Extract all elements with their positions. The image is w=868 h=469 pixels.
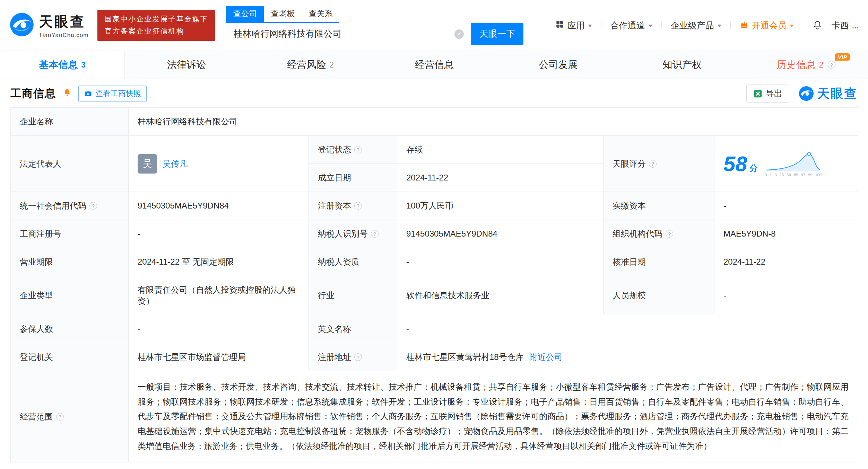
tab-label: 经营信息 bbox=[415, 58, 454, 71]
camera-icon bbox=[84, 89, 92, 98]
table-row: 统一社会信用代码? 91450305MAE5Y9DN84 注册资本? 100万人… bbox=[11, 192, 858, 220]
bell-icon bbox=[812, 20, 823, 30]
brand-domain: TianYanCha.com bbox=[39, 32, 88, 39]
nav-apps-label: 应用 bbox=[567, 20, 585, 31]
help-icon[interactable]: ? bbox=[89, 202, 97, 210]
search-box: × bbox=[226, 23, 471, 45]
chevron-down-icon bbox=[648, 25, 652, 27]
view-snapshot-button[interactable]: 查看工商快照 bbox=[78, 86, 147, 101]
search-tab-company[interactable]: 查公司 bbox=[226, 6, 264, 22]
tab-label: 知识产权 bbox=[663, 58, 702, 71]
org-code-label: 组织机构代码? bbox=[604, 220, 714, 248]
reg-capital-value: 100万人民币 bbox=[397, 192, 604, 220]
scope-value: 一般项目：技术服务、技术开发、技术咨询、技术交流、技术转让、技术推广；机械设备租… bbox=[129, 371, 858, 462]
help-icon[interactable]: ? bbox=[828, 61, 835, 69]
crown-icon bbox=[740, 20, 749, 31]
help-icon[interactable]: ? bbox=[56, 413, 64, 421]
reg-capital-label: 注册资本? bbox=[309, 192, 397, 220]
score-axis: 013 155085 9799100 bbox=[765, 173, 822, 177]
paid-capital-value: - bbox=[714, 192, 858, 220]
address-cell: 桂林市七星区黄莺岩村18号仓库 附近公司 bbox=[397, 343, 858, 371]
nav-vip-upgrade[interactable]: 开通会员 bbox=[740, 20, 794, 31]
business-info-table: 企业名称 桂林哈行网络科技有限公司 法定代表人 吴 吴传凡 登记状态? 存续 天… bbox=[10, 107, 858, 462]
help-icon[interactable]: ? bbox=[354, 146, 362, 153]
tab-operating-info[interactable]: 经营信息 bbox=[372, 51, 496, 79]
tab-operating-risk[interactable]: 经营风险 2 bbox=[249, 51, 372, 79]
tab-label: 经营风险 bbox=[287, 58, 326, 71]
legal-rep-label: 法定代表人 bbox=[11, 136, 129, 192]
search-button[interactable]: 天眼一下 bbox=[471, 23, 523, 45]
watermark-text: 天眼查 bbox=[817, 85, 858, 102]
reg-status-value: 存续 bbox=[397, 136, 604, 164]
help-icon[interactable]: ? bbox=[354, 202, 362, 210]
english-name-label: 英文名称 bbox=[309, 315, 397, 343]
tab-count: 2 bbox=[819, 60, 824, 70]
export-button[interactable]: 导出 bbox=[746, 85, 789, 103]
nav-enterprise-label: 企业级产品 bbox=[671, 20, 714, 31]
tab-company-development[interactable]: 公司发展 bbox=[496, 51, 620, 79]
help-icon[interactable]: ? bbox=[666, 230, 673, 238]
tab-label: 法律诉讼 bbox=[167, 58, 206, 71]
alert-bell-icon[interactable] bbox=[62, 88, 72, 99]
vip-badge: VIP bbox=[835, 53, 850, 61]
company-name-label: 企业名称 bbox=[11, 108, 129, 136]
nav-divider bbox=[601, 21, 601, 29]
help-icon[interactable]: ? bbox=[649, 160, 657, 168]
tab-basic-info[interactable]: 基本信息 3 bbox=[0, 51, 124, 79]
score-unit: 分 bbox=[749, 163, 758, 174]
chevron-down-icon bbox=[790, 25, 794, 27]
company-type-label: 企业类型 bbox=[11, 276, 129, 315]
nav-apps[interactable]: 应用 bbox=[555, 20, 592, 31]
gov-badge-line1: 国家中小企业发展子基金旗下 bbox=[104, 13, 208, 25]
nav-enterprise[interactable]: 企业级产品 bbox=[671, 20, 721, 31]
help-icon[interactable]: ? bbox=[371, 230, 379, 238]
insured-value: - bbox=[129, 315, 309, 343]
search-tab-boss[interactable]: 查老板 bbox=[264, 6, 302, 22]
tab-label: 公司发展 bbox=[539, 58, 578, 71]
table-row: 企业类型 有限责任公司（自然人投资或控股的法人独资） 行业 软件和信息技术服务业… bbox=[11, 276, 858, 315]
taxpayer-no-value: 91450305MAE5Y9DN84 bbox=[397, 220, 604, 248]
gov-certification-badge: 国家中小企业发展子基金旗下 官方备案企业征信机构 bbox=[97, 10, 215, 41]
term-label: 营业期限 bbox=[11, 248, 129, 276]
industry-value: 软件和信息技术服务业 bbox=[397, 276, 604, 315]
nearby-companies-link[interactable]: 附近公司 bbox=[529, 352, 563, 363]
legal-rep-cell: 吴 吴传凡 bbox=[129, 136, 309, 192]
taxpayer-no-label: 纳税人识别号? bbox=[309, 220, 397, 248]
tianyancha-logo-icon bbox=[9, 12, 35, 39]
chevron-down-icon bbox=[717, 25, 721, 27]
address-value: 桂林市七星区黄莺岩村18号仓库 bbox=[406, 352, 524, 363]
reg-no-value: - bbox=[129, 220, 309, 248]
section-title: 工商信息 bbox=[10, 86, 56, 101]
taxpayer-quali-value: - bbox=[397, 248, 604, 276]
tab-count: 2 bbox=[329, 60, 334, 70]
table-row: 参保人数 - 英文名称 - bbox=[11, 315, 858, 343]
staff-size-value: - bbox=[714, 276, 858, 315]
tab-history-info[interactable]: VIP 历史信息 2 ? bbox=[744, 51, 868, 79]
grid-icon bbox=[555, 20, 564, 31]
english-name-value: - bbox=[397, 315, 858, 343]
nav-divider bbox=[661, 21, 662, 29]
gov-badge-line2: 官方备案企业征信机构 bbox=[104, 25, 208, 37]
user-menu[interactable]: 卡西-... bbox=[832, 20, 859, 31]
staff-size-label: 人员规模 bbox=[604, 276, 714, 315]
search-tab-relation[interactable]: 查关系 bbox=[302, 6, 339, 22]
address-label: 注册地址? bbox=[309, 343, 397, 371]
notification-bell[interactable] bbox=[812, 20, 823, 30]
approval-date-label: 核准日期 bbox=[604, 248, 714, 276]
tab-intellectual-property[interactable]: 知识产权 bbox=[620, 51, 744, 79]
clear-search-icon[interactable]: × bbox=[454, 29, 464, 39]
tab-count: 3 bbox=[81, 60, 86, 70]
top-nav: 应用 合作通道 企业级产品 开通会员 bbox=[555, 20, 859, 31]
industry-label: 行业 bbox=[309, 276, 397, 315]
nav-partner[interactable]: 合作通道 bbox=[610, 20, 652, 31]
tianyancha-logo[interactable]: 天眼查 TianYanCha.com bbox=[9, 12, 88, 39]
legal-rep-link[interactable]: 吴传凡 bbox=[163, 158, 188, 169]
scope-label: 经营范围? bbox=[11, 371, 129, 462]
help-icon[interactable]: ? bbox=[354, 353, 362, 361]
company-section-tabs: 基本信息 3 法律诉讼 经营风险 2 经营信息 公司发展 知识产权 VIP 历史… bbox=[0, 51, 868, 79]
tab-legal-lawsuit[interactable]: 法律诉讼 bbox=[124, 51, 248, 79]
search-input[interactable] bbox=[226, 23, 471, 45]
business-info-header: 工商信息 查看工商快照 导出 天眼查 bbox=[0, 79, 868, 107]
brand-name: 天眼查 bbox=[39, 12, 88, 31]
top-bar: 天眼查 TianYanCha.com 国家中小企业发展子基金旗下 官方备案企业征… bbox=[0, 0, 868, 51]
